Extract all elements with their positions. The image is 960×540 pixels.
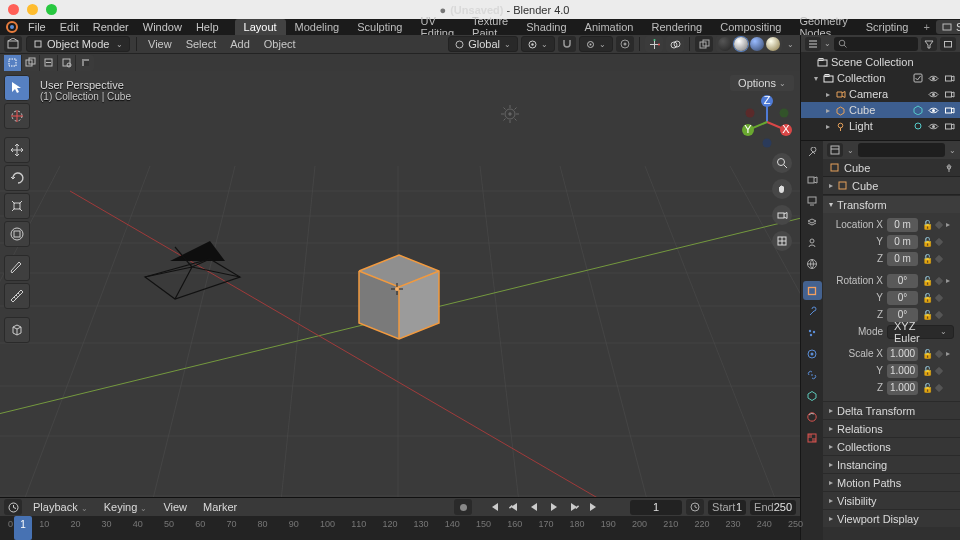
properties-tab-render[interactable] bbox=[803, 170, 822, 189]
properties-tab-particles[interactable] bbox=[803, 323, 822, 342]
lock-icon[interactable]: 🔓 bbox=[922, 220, 932, 230]
workspace-tab-animation[interactable]: Animation bbox=[576, 19, 643, 35]
properties-tab-object[interactable] bbox=[803, 281, 822, 300]
view3d-menu-view[interactable]: View bbox=[143, 38, 177, 50]
start-frame-field[interactable]: Start1 bbox=[708, 500, 746, 515]
exclude-checkbox[interactable] bbox=[911, 72, 924, 85]
tool-measure[interactable] bbox=[4, 283, 30, 309]
mode-dropdown[interactable]: Object Mode ⌄ bbox=[26, 36, 130, 52]
minimize-window-button[interactable] bbox=[27, 4, 38, 15]
tool-add-cube[interactable] bbox=[4, 317, 30, 343]
hide-toggle[interactable] bbox=[927, 72, 940, 85]
outliner-item-camera[interactable]: ▸ Camera bbox=[801, 86, 960, 102]
keyframe-dot[interactable] bbox=[935, 220, 943, 228]
add-workspace-button[interactable]: + bbox=[917, 19, 935, 35]
timeline-marker-menu[interactable]: Marker bbox=[198, 501, 242, 513]
zoom-window-button[interactable] bbox=[46, 4, 57, 15]
play-button[interactable] bbox=[546, 499, 562, 515]
properties-tab-output[interactable] bbox=[803, 191, 822, 210]
gizmo-visibility[interactable] bbox=[645, 36, 663, 52]
nav-pan-button[interactable] bbox=[772, 179, 792, 199]
menu-window[interactable]: Window bbox=[137, 21, 188, 33]
nav-persp-button[interactable] bbox=[772, 231, 792, 251]
panel-visibility[interactable]: ▸Visibility bbox=[823, 491, 960, 509]
disable-render-toggle[interactable] bbox=[943, 120, 956, 133]
tool-select-box[interactable] bbox=[4, 75, 30, 101]
pivot-dropdown[interactable]: ⌄ bbox=[521, 36, 555, 52]
properties-tab-texture[interactable] bbox=[803, 428, 822, 447]
autokey-toggle[interactable] bbox=[454, 499, 472, 515]
select-new-button[interactable] bbox=[4, 55, 22, 71]
menu-edit[interactable]: Edit bbox=[54, 21, 85, 33]
menu-file[interactable]: File bbox=[22, 21, 52, 33]
timeline-playback-menu[interactable]: Playback ⌄ bbox=[28, 501, 93, 513]
workspace-tab-rendering[interactable]: Rendering bbox=[642, 19, 711, 35]
keyframe-prev-button[interactable] bbox=[506, 499, 522, 515]
select-subtract-button[interactable] bbox=[40, 55, 58, 71]
disable-render-toggle[interactable] bbox=[943, 72, 956, 85]
nav-zoom-button[interactable] bbox=[772, 153, 792, 173]
shading-wireframe[interactable] bbox=[718, 37, 732, 51]
light-data-icon[interactable] bbox=[911, 120, 924, 133]
shading-matprev[interactable] bbox=[750, 37, 764, 51]
shading-solid[interactable] bbox=[734, 37, 748, 51]
nav-gizmo[interactable]: Z X Y bbox=[740, 95, 794, 149]
tool-rotate[interactable] bbox=[4, 165, 30, 191]
snap-type-dropdown[interactable]: ⌄ bbox=[579, 36, 613, 52]
workspace-tab-compositing[interactable]: Compositing bbox=[711, 19, 790, 35]
view3d-menu-select[interactable]: Select bbox=[181, 38, 222, 50]
tool-transform[interactable] bbox=[4, 221, 30, 247]
play-reverse-button[interactable] bbox=[526, 499, 542, 515]
nav-camera-button[interactable] bbox=[772, 205, 792, 225]
rotation-x-field[interactable]: 0° bbox=[887, 274, 918, 288]
workspace-tab-sculpting[interactable]: Sculpting bbox=[348, 19, 411, 35]
scale-x-field[interactable]: 1.000 bbox=[887, 347, 918, 361]
tool-annotate[interactable] bbox=[4, 255, 30, 281]
properties-tab-data[interactable] bbox=[803, 386, 822, 405]
outliner-filter[interactable] bbox=[921, 37, 937, 51]
mesh-data-icon[interactable] bbox=[911, 104, 924, 117]
workspace-tab-texpaint[interactable]: Texture Paint bbox=[463, 19, 517, 35]
panel-viewport-display[interactable]: ▸Viewport Display bbox=[823, 509, 960, 527]
view3d-viewport[interactable]: User Perspective (1) Collection | Cube O… bbox=[0, 71, 800, 497]
outliner-scene-collection[interactable]: Scene Collection bbox=[801, 54, 960, 70]
outliner-editor-type[interactable] bbox=[805, 37, 821, 51]
timeline-ruler[interactable]: 1 01020304050607080901001101201301401501… bbox=[0, 516, 800, 540]
properties-editor-type[interactable] bbox=[827, 143, 843, 157]
proportional-edit-toggle[interactable] bbox=[616, 36, 634, 52]
scale-z-field[interactable]: 1.000 bbox=[887, 381, 918, 395]
properties-tab-world[interactable] bbox=[803, 254, 822, 273]
panel-motion-paths[interactable]: ▸Motion Paths bbox=[823, 473, 960, 491]
panel-delta-transform[interactable]: ▸Delta Transform bbox=[823, 401, 960, 419]
scene-dropdown[interactable]: Scene bbox=[936, 20, 960, 34]
rotation-mode-dropdown[interactable]: XYZ Euler⌄ bbox=[887, 325, 954, 339]
panel-instancing[interactable]: ▸Instancing bbox=[823, 455, 960, 473]
panel-transform-header[interactable]: ▾Transform bbox=[823, 195, 960, 213]
properties-object-datablock[interactable]: ▸ Cube bbox=[823, 177, 960, 195]
properties-tab-material[interactable] bbox=[803, 407, 822, 426]
pin-icon[interactable] bbox=[944, 163, 954, 173]
hide-toggle[interactable] bbox=[927, 104, 940, 117]
overlays-toggle[interactable] bbox=[666, 36, 684, 52]
blender-logo-icon[interactable] bbox=[4, 19, 20, 35]
outliner-new-collection[interactable] bbox=[940, 37, 956, 51]
hide-toggle[interactable] bbox=[927, 88, 940, 101]
end-frame-field[interactable]: End250 bbox=[750, 500, 796, 515]
location-y-field[interactable]: 0 m bbox=[887, 235, 918, 249]
properties-tab-tool[interactable] bbox=[803, 143, 822, 162]
outliner-collection[interactable]: ▾ Collection bbox=[801, 70, 960, 86]
location-z-field[interactable]: 0 m bbox=[887, 252, 918, 266]
menu-render[interactable]: Render bbox=[87, 21, 135, 33]
tool-scale[interactable] bbox=[4, 193, 30, 219]
tool-move[interactable] bbox=[4, 137, 30, 163]
properties-tab-modifiers[interactable] bbox=[803, 302, 822, 321]
menu-help[interactable]: Help bbox=[190, 21, 225, 33]
workspace-tab-modeling[interactable]: Modeling bbox=[286, 19, 349, 35]
timeline-view-menu[interactable]: View bbox=[158, 501, 192, 513]
scale-y-field[interactable]: 1.000 bbox=[887, 364, 918, 378]
timeline-keying-menu[interactable]: Keying ⌄ bbox=[99, 501, 153, 513]
location-x-field[interactable]: 0 m bbox=[887, 218, 918, 232]
snap-toggle[interactable] bbox=[558, 36, 576, 52]
shading-rendered[interactable] bbox=[766, 37, 780, 51]
workspace-tab-geonodes[interactable]: Geometry Nodes bbox=[790, 19, 856, 35]
